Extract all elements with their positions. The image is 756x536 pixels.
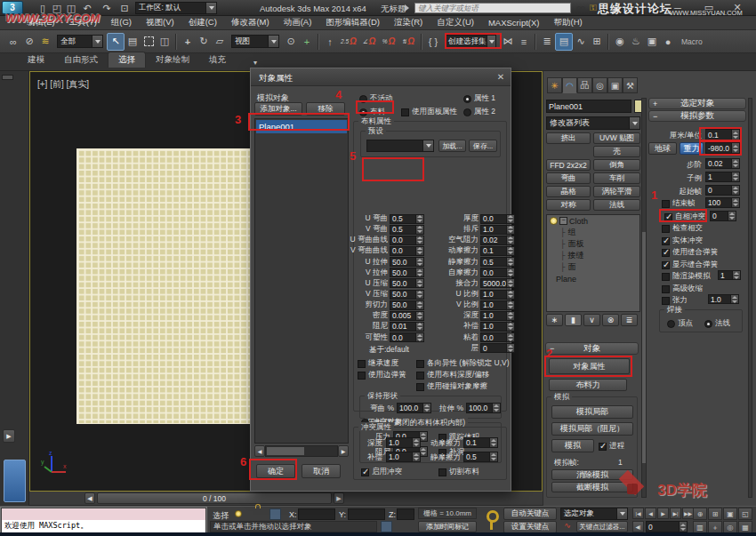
plane-object[interactable] <box>76 148 258 424</box>
motion-tab-icon[interactable]: ◎ <box>592 77 607 93</box>
menu-item[interactable]: MAXScript(X) <box>481 18 547 28</box>
param-field[interactable]: 0.0 <box>390 246 416 256</box>
menu-item[interactable]: 渲染(R) <box>387 17 430 28</box>
spinner-arrows-icon[interactable] <box>416 257 424 267</box>
param-field[interactable]: 0.5 <box>390 214 416 224</box>
spinner-arrows-icon[interactable] <box>416 278 424 288</box>
material-editor-icon[interactable]: ◉ <box>612 34 628 50</box>
spinner-arrows-icon[interactable] <box>507 290 515 300</box>
create-tab-icon[interactable]: ✳ <box>547 77 562 93</box>
zoom-extents-all-icon[interactable]: ◱ <box>738 508 752 520</box>
select-and-manipulate-icon[interactable]: + <box>299 34 315 50</box>
param-field[interactable]: 0.0 <box>480 332 507 342</box>
keyboard-override-icon[interactable]: ↑ <box>322 34 338 50</box>
ribbon-tab-populate[interactable]: 填充 <box>199 52 236 68</box>
truncate-simulation-button[interactable]: 截断模拟 <box>551 482 633 492</box>
param-field[interactable]: 0.0 <box>390 332 416 342</box>
list-h-scrollbar[interactable]: ◀ ▶ <box>254 445 349 457</box>
check-intersections-checkbox[interactable] <box>662 225 670 233</box>
sim-objects-list[interactable]: Plane001 <box>254 118 349 444</box>
spinner-arrows-icon[interactable] <box>416 300 424 310</box>
weld-normal-radio[interactable] <box>704 320 712 328</box>
angle-snap-icon[interactable]: ∠Ω <box>359 34 379 50</box>
panel-scrollbar-thumb[interactable] <box>642 232 646 463</box>
self-collision-checkbox[interactable] <box>664 213 672 221</box>
modifier-button[interactable]: 挤出 <box>546 132 591 144</box>
scroll-right-icon[interactable]: ▶ <box>338 445 349 457</box>
workspace-dropdown[interactable]: 工作区: 默认 <box>135 2 217 14</box>
modifier-button[interactable]: 对称 <box>546 199 591 211</box>
cloth-radio[interactable] <box>359 108 367 116</box>
maximize-button[interactable]: ▭ <box>701 2 717 13</box>
param-field[interactable]: 1.0 <box>480 300 507 310</box>
go-to-start-icon[interactable]: |◀ <box>632 508 644 519</box>
listener-script-line[interactable]: 欢迎使用 MAXScript。 <box>2 520 205 532</box>
start-frame-spinner[interactable]: 0 <box>705 185 740 196</box>
y-coord-field[interactable] <box>348 508 385 520</box>
subsample-spinner[interactable]: 1 <box>705 172 740 182</box>
modifier-button[interactable]: 倒角 <box>593 159 640 171</box>
z-coord-field[interactable] <box>397 508 414 520</box>
selection-set-dropdown[interactable]: 选定对象 <box>560 508 628 520</box>
param-field[interactable]: 0.02 <box>480 236 507 245</box>
select-and-link-icon[interactable]: ∞ <box>5 34 21 50</box>
zoom-region-icon[interactable]: ▥ <box>693 521 707 533</box>
zoom-extents-icon[interactable]: ▣ <box>723 508 737 520</box>
menu-item[interactable]: 工具(T) <box>62 17 104 28</box>
tension-spinner[interactable]: 1.0 <box>708 294 739 304</box>
coll-dyn-spinner[interactable]: 0.1 <box>463 437 498 448</box>
spinner-arrows-icon[interactable] <box>728 211 736 221</box>
sim-on-render-checkbox[interactable] <box>662 273 670 281</box>
x-coord-field[interactable] <box>298 508 335 520</box>
undo-icon[interactable]: ↶ <box>80 0 94 16</box>
select-object-button[interactable]: ↖ <box>107 33 125 51</box>
spinner-arrows-icon[interactable] <box>507 214 515 224</box>
menu-item[interactable]: 修改器(M) <box>224 17 277 28</box>
param-field[interactable]: 5000.0 <box>480 278 507 288</box>
align-icon[interactable]: ≡ <box>516 34 532 50</box>
menu-item[interactable]: 帮助(H) <box>546 17 589 28</box>
param-field[interactable]: 1.0 <box>480 225 507 235</box>
load-button[interactable]: 加载... <box>438 140 466 152</box>
end-frame-spinner[interactable]: 100 <box>705 197 740 208</box>
ribbon-tab-object-paint[interactable]: 对象绘制 <box>146 52 199 68</box>
spinner-arrows-icon[interactable] <box>732 142 740 154</box>
param-field[interactable]: 0.01 <box>390 322 416 332</box>
spinner-arrows-icon[interactable] <box>416 290 424 300</box>
step-spinner[interactable]: 0.02 <box>705 158 740 169</box>
panel-scrollbar[interactable] <box>641 98 647 498</box>
current-frame-spinner[interactable]: 0 <box>646 521 688 532</box>
expand-icon[interactable]: − <box>559 217 567 225</box>
next-frame-icon[interactable]: ▶| <box>670 508 681 519</box>
menu-item[interactable]: 图形编辑器(D) <box>318 17 387 28</box>
search-input[interactable] <box>414 3 571 13</box>
menu-item[interactable]: 动画(A) <box>277 17 319 28</box>
scroll-left-icon[interactable]: ◀ <box>254 445 265 457</box>
param-field[interactable]: 1.0 <box>480 290 507 300</box>
stack-item-panel[interactable]: 面板 <box>547 238 639 250</box>
erase-simulation-button[interactable]: 消除模拟 <box>551 469 633 480</box>
simulate-button[interactable]: 模拟 <box>551 439 594 452</box>
param-field[interactable]: 50.0 <box>390 290 416 300</box>
spinner-arrows-icon[interactable] <box>507 322 515 332</box>
spinner-arrows-icon[interactable] <box>732 158 740 169</box>
menu-item[interactable]: 视图(V) <box>139 17 181 28</box>
coll-offset-spinner[interactable]: 1.0 <box>386 452 421 462</box>
menu-item[interactable]: 创建(C) <box>181 17 224 28</box>
selected-object-rollout-header[interactable]: +选定对象 <box>648 98 746 109</box>
rendered-frame-window-icon[interactable]: ▣ <box>644 34 660 50</box>
progress-checkbox[interactable] <box>599 443 607 451</box>
simulate-local-button[interactable]: 模拟局部 <box>551 405 633 419</box>
scroll-thumb[interactable] <box>267 447 304 455</box>
inactive-radio[interactable] <box>359 95 367 103</box>
presets-dropdown[interactable] <box>366 140 434 152</box>
stack-item-plane[interactable]: Plane <box>547 273 639 284</box>
spinner-arrows-icon[interactable] <box>680 521 688 532</box>
spinner-arrows-icon[interactable] <box>490 452 498 462</box>
key-mode-toggle-icon[interactable]: ◀| <box>632 521 644 532</box>
mirror-icon[interactable]: ⋈ <box>500 34 516 50</box>
cloth-depth-checkbox[interactable] <box>416 372 424 380</box>
snap-toggle-icon[interactable]: 2.5Ω <box>338 34 359 50</box>
earth-button[interactable]: 地球 <box>648 142 677 155</box>
zoom-icon[interactable]: ⊕ <box>693 508 707 520</box>
